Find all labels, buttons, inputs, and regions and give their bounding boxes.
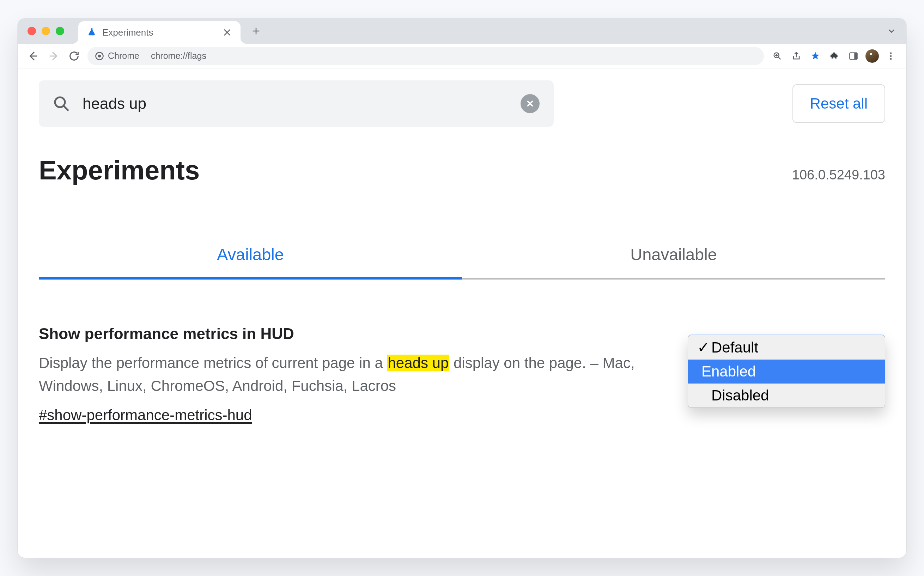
browser-tab[interactable]: Experiments <box>78 21 240 44</box>
svg-point-1 <box>98 54 101 57</box>
svg-point-5 <box>890 55 892 57</box>
tab-bar: Available Unavailable <box>39 235 885 280</box>
tab-close-button[interactable] <box>222 27 232 37</box>
flag-desc-highlight: heads up <box>387 355 449 371</box>
tab-unavailable[interactable]: Unavailable <box>462 235 885 280</box>
dropdown-option-default[interactable]: ✓ Default <box>688 335 885 360</box>
toolbar-right <box>770 49 898 63</box>
page-title: Experiments <box>39 155 200 186</box>
dropdown-option-disabled[interactable]: Disabled <box>688 384 885 408</box>
flag-item: Show performance metrics in HUD Display … <box>39 322 885 427</box>
tab-title: Experiments <box>102 27 154 38</box>
flag-desc-before: Display the performance metrics of curre… <box>39 355 387 371</box>
zoom-icon[interactable] <box>770 49 784 63</box>
new-tab-button[interactable] <box>248 22 264 40</box>
chrome-version: 106.0.5249.103 <box>792 168 885 182</box>
title-bar: Experiments <box>18 18 906 44</box>
address-bar[interactable]: Chrome chrome://flags <box>88 47 764 65</box>
search-icon <box>53 95 70 112</box>
window-maximize-button[interactable] <box>56 27 64 35</box>
flag-anchor-link[interactable]: #show-performance-metrics-hud <box>39 404 252 427</box>
omnibox-chip-label: Chrome <box>108 51 139 61</box>
reload-button[interactable] <box>67 49 81 63</box>
svg-point-7 <box>55 97 65 107</box>
page-header: Experiments 106.0.5249.103 <box>39 155 885 186</box>
bookmark-icon[interactable] <box>808 49 822 63</box>
svg-point-6 <box>890 58 892 59</box>
extensions-icon[interactable] <box>827 49 841 63</box>
page-content: Reset all Experiments 106.0.5249.103 Ava… <box>18 69 906 558</box>
tab-available[interactable]: Available <box>39 235 462 280</box>
clear-search-button[interactable] <box>520 94 540 113</box>
window-traffic-lights <box>27 18 64 44</box>
sidepanel-icon[interactable] <box>846 49 860 63</box>
flag-search-box[interactable] <box>39 80 554 127</box>
browser-window: Experiments Chrome chrome://flags <box>18 18 906 558</box>
window-close-button[interactable] <box>27 27 36 35</box>
omnibox-site-chip: Chrome <box>94 51 145 61</box>
omnibox-url: chrome://flags <box>151 51 206 61</box>
reset-all-label: Reset all <box>810 95 868 112</box>
check-icon: ✓ <box>697 339 707 356</box>
dropdown-option-enabled[interactable]: Enabled <box>688 360 885 384</box>
window-minimize-button[interactable] <box>42 27 50 35</box>
flask-icon <box>87 27 97 37</box>
forward-button[interactable] <box>46 49 61 63</box>
share-icon[interactable] <box>789 49 803 63</box>
browser-toolbar: Chrome chrome://flags <box>18 44 906 69</box>
search-bar-row: Reset all <box>18 69 906 139</box>
back-button[interactable] <box>26 49 40 63</box>
svg-point-4 <box>890 52 892 54</box>
chrome-icon <box>94 51 104 61</box>
kebab-menu-icon[interactable] <box>884 49 898 63</box>
profile-avatar[interactable] <box>865 50 879 63</box>
flag-description: Show performance metrics in HUD Display … <box>39 322 638 427</box>
flag-title: Show performance metrics in HUD <box>39 322 638 346</box>
flag-search-input[interactable] <box>82 94 509 113</box>
tab-overflow-button[interactable] <box>887 26 897 36</box>
flag-state-dropdown[interactable]: ✓ Default Enabled Disabled <box>688 334 885 408</box>
reset-all-button[interactable]: Reset all <box>793 84 885 123</box>
